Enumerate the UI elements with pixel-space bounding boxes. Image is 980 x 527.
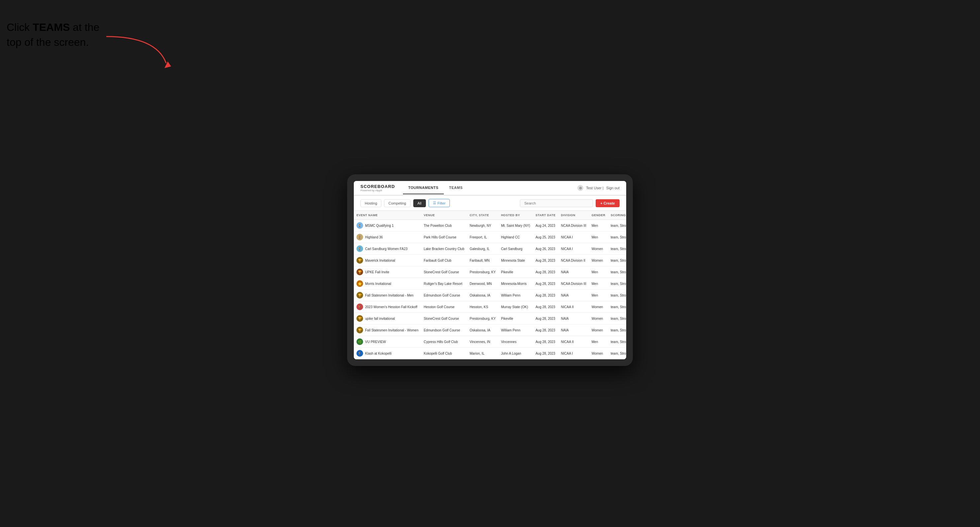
cell-event-name: 🏌 Highland 36 (354, 232, 421, 243)
cell-gender: Women (589, 255, 608, 266)
cell-scoring: team, Stroke Play (608, 220, 626, 232)
event-name-text: Fall Statesmen Invitational - Women (365, 329, 418, 332)
cell-division: NAIA (558, 290, 589, 301)
event-icon: 🏌 (356, 222, 363, 229)
svg-marker-0 (164, 62, 171, 68)
cell-hosted-by: Vincennes (498, 336, 533, 348)
cell-division: NICAA I (558, 348, 589, 359)
logo-area: SCOREBOARD Powered by clippit (360, 184, 395, 192)
cell-scoring: team, Stroke Play (608, 336, 626, 348)
instruction-text: Click TEAMS at thetop of the screen. (6, 20, 99, 50)
event-icon: 🏌 (356, 245, 363, 252)
cell-venue: Edmundson Golf Course (421, 290, 467, 301)
gear-icon[interactable]: ⚙ (578, 185, 583, 191)
event-name-text: Highland 36 (365, 235, 383, 239)
event-icon: 🏆 (356, 257, 363, 264)
cell-gender: Men (589, 278, 608, 290)
cell-gender: Men (589, 336, 608, 348)
tab-hosting[interactable]: Hosting (360, 199, 381, 207)
cell-event-name: 🏌 2023 Women's Hesston Fall Kickoff (354, 301, 421, 313)
table-header-row: EVENT NAME VENUE CITY, STATE HOSTED BY S… (354, 211, 626, 220)
table-row: 🏌 Klash at Kokopelli Kokopelli Golf Club… (354, 348, 626, 359)
logo-sub: Powered by clippit (360, 189, 395, 192)
cell-division: NICAA II (558, 301, 589, 313)
cell-gender: Women (589, 313, 608, 324)
user-text: Test User | (586, 186, 603, 190)
cell-city-state: Marion, IL (467, 348, 498, 359)
filter-button[interactable]: ☰ Filter (428, 199, 450, 207)
nav-link-tournaments[interactable]: TOURNAMENTS (403, 182, 444, 194)
event-name-text: MSMC Qualifying 1 (365, 224, 394, 227)
table-row: 🏌 2023 Women's Hesston Fall Kickoff Hess… (354, 301, 626, 313)
signout-link[interactable]: Sign out (606, 186, 620, 190)
cell-gender: Men (589, 290, 608, 301)
cell-city-state: Prestonsburg, KY (467, 313, 498, 324)
cell-scoring: team, Stroke Play (608, 324, 626, 336)
toolbar: Hosting Competing All ☰ Filter + Create (354, 195, 626, 211)
event-name-text: Klash at Kokopelli (365, 352, 392, 355)
event-icon: 🌿 (356, 338, 363, 345)
table-row: ⭐ Morris Invitational Ruttger's Bay Lake… (354, 278, 626, 290)
cell-event-name: 🏆 upike fall invitational (354, 313, 421, 324)
cell-start-date: Aug 28, 2023 (533, 348, 558, 359)
event-name-text: 2023 Women's Hesston Fall Kickoff (365, 305, 417, 309)
cell-scoring: team, Stroke Play (608, 301, 626, 313)
cell-scoring: team, Stroke Play (608, 290, 626, 301)
event-name-text: Morris Invitational (365, 282, 391, 286)
cell-event-name: 🏌 Carl Sandburg Women FA23 (354, 243, 421, 255)
cell-gender: Women (589, 301, 608, 313)
cell-gender: Women (589, 324, 608, 336)
cell-division: NICAA I (558, 243, 589, 255)
cell-scoring: team, Stroke Play (608, 255, 626, 266)
cell-hosted-by: Pikeville (498, 266, 533, 278)
tab-all[interactable]: All (413, 199, 426, 207)
nav-links: TOURNAMENTS TEAMS (403, 182, 578, 194)
cell-start-date: Aug 28, 2023 (533, 266, 558, 278)
cell-event-name: 🏆 Fall Statesmen Invitational - Men (354, 290, 421, 301)
cell-division: NCAA Division III (558, 278, 589, 290)
cell-gender: Women (589, 348, 608, 359)
col-header-gender: GENDER (589, 211, 608, 220)
cell-scoring: team, Stroke Play (608, 278, 626, 290)
tab-competing[interactable]: Competing (384, 199, 410, 207)
cell-event-name: 🌿 VU PREVIEW (354, 336, 421, 348)
nav-link-teams[interactable]: TEAMS (444, 182, 468, 194)
cell-event-name: 🏌 Klash at Kokopelli (354, 348, 421, 359)
cell-city-state: Galesburg, IL (467, 243, 498, 255)
cell-hosted-by: William Penn (498, 324, 533, 336)
cell-venue: Ruttger's Bay Lake Resort (421, 278, 467, 290)
col-header-start-date: START DATE (533, 211, 558, 220)
cell-start-date: Aug 28, 2023 (533, 278, 558, 290)
cell-start-date: Aug 28, 2023 (533, 255, 558, 266)
cell-venue: Lake Bracken Country Club (421, 243, 467, 255)
col-header-division: DIVISION (558, 211, 589, 220)
event-icon: 🏆 (356, 292, 363, 298)
event-icon: 🏆 (356, 327, 363, 333)
cell-event-name: 🏆 Maverick Invitational (354, 255, 421, 266)
cell-hosted-by: Carl Sandburg (498, 243, 533, 255)
cell-venue: Cypress Hills Golf Club (421, 336, 467, 348)
table-row: 🏌 Highland 36 Park Hills Golf Course Fre… (354, 232, 626, 243)
filter-icon: ☰ (433, 201, 436, 205)
event-icon: 🏆 (356, 269, 363, 275)
cell-hosted-by: Mt. Saint Mary (NY) (498, 220, 533, 232)
table-row: 🌿 VU PREVIEW Cypress Hills Golf Club Vin… (354, 336, 626, 348)
cell-city-state: Oskaloosa, IA (467, 324, 498, 336)
cell-city-state: Vincennes, IN (467, 336, 498, 348)
table-row: 🏆 upike fall invitational StoneCrest Gol… (354, 313, 626, 324)
search-input[interactable] (520, 199, 593, 207)
cell-start-date: Aug 28, 2023 (533, 290, 558, 301)
event-icon: 🏌 (356, 234, 363, 240)
cell-city-state: Freeport, IL (467, 232, 498, 243)
cell-gender: Men (589, 220, 608, 232)
event-name-text: VU PREVIEW (365, 340, 386, 344)
event-icon: 🏌 (356, 350, 363, 357)
event-name-text: upike fall invitational (365, 317, 395, 321)
tablet-frame: SCOREBOARD Powered by clippit TOURNAMENT… (347, 175, 633, 366)
cell-hosted-by: Murray State (OK) (498, 301, 533, 313)
cell-start-date: Aug 24, 2023 (533, 220, 558, 232)
cell-hosted-by: John A Logan (498, 348, 533, 359)
col-header-venue: VENUE (421, 211, 467, 220)
create-button[interactable]: + Create (596, 199, 620, 207)
cell-venue: Kokopelli Golf Club (421, 348, 467, 359)
